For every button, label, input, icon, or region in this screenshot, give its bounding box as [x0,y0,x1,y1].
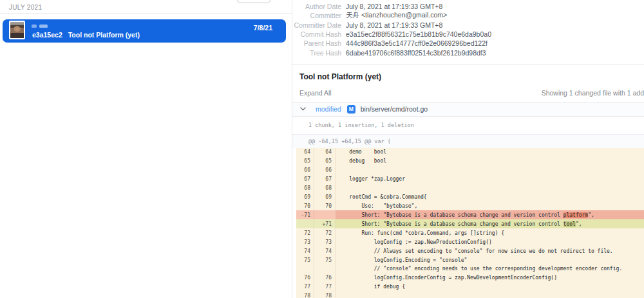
changed-files-summary: Showing 1 changed file with 1 add [542,89,644,97]
meta-label: Tree Hash [292,49,341,57]
scroll-indicator-fragment [237,0,270,3]
new-line-number: 77 [314,283,336,292]
code-text: Use: "bytebase", [336,201,644,210]
meta-value: 天舟 <tianzhouchen@gmail.com> [346,11,447,20]
new-line-number: 67 [314,175,336,184]
code-text: logger *zap.Logger [336,175,644,184]
diff-toolbar: Expand All Showing 1 changed file with 1… [292,89,644,97]
code-text: debug bool [336,157,644,166]
new-line-number: 66 [314,166,336,175]
meta-row: Tree Hash 6dabe419706c6f883ff02514c3bf26… [292,48,644,57]
old-line-number: 76 [296,273,314,283]
chevron-down-icon[interactable] [300,107,306,111]
new-line-number: 72 [314,228,336,237]
meta-row: Committer Date July 8, 2021 at 17:19:33 … [292,21,644,30]
new-line-number: 73 [314,237,336,246]
meta-label: Commit Hash [292,30,341,38]
old-line-number: 69 [296,192,314,201]
commit-title: Tool not Platform (yet) [299,72,644,81]
divider [292,64,644,65]
meta-row: Author Date July 8, 2021 at 17:19:33 GMT… [292,2,644,11]
avatar [9,21,25,39]
diff-line: 64 64 demo bool [296,148,644,157]
diff-line: 77 77 if debug { [296,283,644,292]
ref-badges [32,25,48,28]
code-text: rootCmd = &cobra.Command{ [336,192,644,201]
new-line-number: 69 [314,192,336,201]
diff-line: 72 72 Run: func(cmd *cobra.Command, args… [296,228,644,237]
old-line-number: 70 [296,201,314,210]
code-text [336,292,644,298]
code-text: // Always set encoding to "console" for … [336,246,644,255]
new-line-number [314,210,336,219]
meta-label: Parent Hash [292,39,341,47]
commit-detail-panel: Author Date July 8, 2021 at 17:19:33 GMT… [292,0,644,298]
diff-line: -71 Short: "Bytebase is a database schem… [296,210,644,219]
commit-date: 7/8/21 [254,24,272,32]
commit-list-panel: JULY 2021 7/8/21 e3a15ec2 Tool not Platf… [0,0,292,298]
code-text [336,166,644,175]
old-line-number: 78 [296,292,314,298]
new-line-number [314,264,336,273]
old-line-number: 64 [296,148,314,157]
diff-line: 78 78 [296,292,644,298]
old-line-number: 66 [296,166,314,175]
old-line-number: 67 [296,175,314,184]
meta-label: Author Date [292,3,341,10]
diff-line: 74 74 // Always set encoding to "console… [296,246,644,255]
old-line-number [296,219,314,228]
meta-value: 6dabe419706c6f883ff02514c3bf2612b9d98df3 [346,49,486,57]
code-text: logConfig.EncoderConfig = zap.NewDevelop… [336,273,644,283]
old-line-number: -71 [296,210,314,219]
commit-list-item-selected[interactable]: 7/8/21 e3a15ec2 Tool not Platform (yet) [3,19,286,43]
file-status-label: modified [316,105,341,113]
new-line-number: 68 [314,184,336,193]
new-line-number: +71 [314,219,336,228]
diff-line: 68 68 [296,184,644,193]
old-line-number: 72 [296,228,314,237]
meta-value: July 8, 2021 at 17:19:33 GMT+8 [346,3,442,10]
meta-value: 444c986f3a3e5c14777cff0e2e0669296bed122f [346,39,488,47]
meta-value: July 8, 2021 at 17:19:33 GMT+8 [346,21,442,29]
code-text: Short: "Bytebase is a database schema ch… [336,210,644,219]
meta-row: Commit Hash e3a15ec2f88f56321c75e1b81b9c… [292,30,644,39]
expand-all-button[interactable]: Expand All [299,89,332,97]
new-line-number: 78 [314,292,336,298]
git-client-window: JULY 2021 7/8/21 e3a15ec2 Tool not Platf… [0,0,644,298]
meta-label: Committer Date [292,21,341,29]
code-text: demo bool [336,148,644,157]
commit-message: Tool not Platform (yet) [68,31,140,39]
meta-row: Committer 天舟 <tianzhouchen@gmail.com> [292,11,644,20]
commit-short-hash: e3a15ec2 [32,31,62,39]
diff-line: 65 65 debug bool [296,157,644,166]
meta-value: e3a15ec2f88f56321c75e1b81b9c740e6da9b0a0 [346,30,491,38]
diff-line: +71 Short: "Bytebase is a database schem… [296,219,644,228]
diff-line: 67 67 logger *zap.Logger [296,175,644,184]
new-line-number: 70 [314,201,336,210]
code-text: Short: "Bytebase is a database schema ch… [336,219,644,228]
ref-badge-icon [39,25,48,28]
new-line-number: 74 [314,246,336,255]
commit-metadata: Author Date July 8, 2021 at 17:19:33 GMT… [292,0,644,57]
new-line-number: 75 [314,255,336,264]
code-text [336,184,644,193]
code-text: logConfig.Encoding = "console" [336,255,644,264]
meta-row: Parent Hash 444c986f3a3e5c14777cff0e2e06… [292,39,644,48]
old-line-number: 77 [296,283,314,292]
code-text: logConfig := zap.NewProductionConfig() [336,237,644,246]
diff-line: 69 69 rootCmd = &cobra.Command{ [296,192,644,201]
ref-badge-icon [32,25,37,28]
old-line-number [296,264,314,273]
diff-line: 75 75 logConfig.Encoding = "console" [296,255,644,264]
file-path: bin/server/cmd/root.go [361,105,428,113]
old-line-number: 75 [296,255,314,264]
file-diff-header[interactable]: modified M bin/server/cmd/root.go [292,102,644,117]
diff-line: 70 70 Use: "bytebase", [296,201,644,210]
old-line-number: 73 [296,237,314,246]
old-line-number: 68 [296,184,314,193]
hunk-header: @@ -64,15 +64,15 @@ var ( [292,134,644,148]
diff-line: 76 76 logConfig.EncoderConfig = zap.NewD… [296,273,644,283]
meta-label: Committer [292,12,341,19]
code-text: // "console" encoding needs to use the c… [336,264,644,273]
diff-line: 66 66 [296,166,644,175]
